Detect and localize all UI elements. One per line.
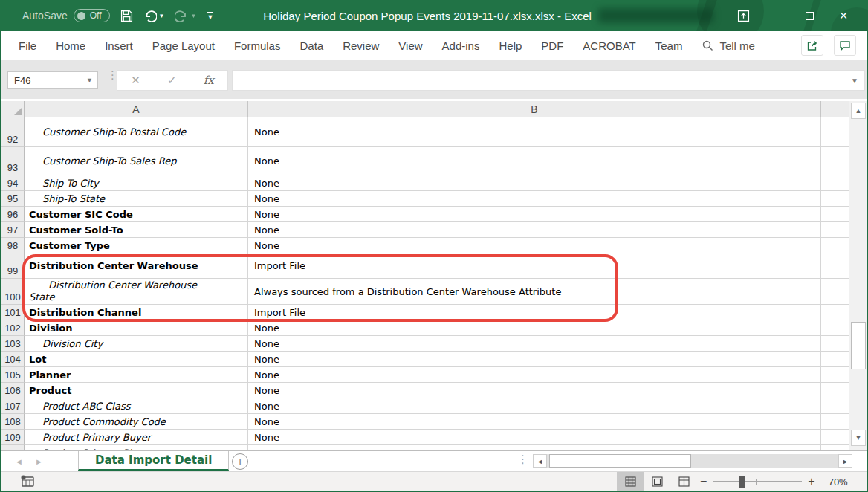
cell-field-name[interactable]: Ship-To State xyxy=(25,191,248,207)
row-number[interactable]: 100 xyxy=(1,279,25,305)
tab-add-ins[interactable]: Add-ins xyxy=(433,31,490,60)
close-button[interactable]: ✕ xyxy=(826,0,861,31)
scroll-left-button[interactable]: ◄ xyxy=(533,454,547,468)
redo-button[interactable]: ▼ xyxy=(175,9,196,22)
row-number[interactable]: 106 xyxy=(1,383,25,398)
share-button[interactable] xyxy=(801,35,823,56)
cell-source-value[interactable]: None xyxy=(248,367,821,383)
expand-formula-bar-chevron[interactable]: ▼ xyxy=(851,77,858,85)
cell-field-name[interactable]: Customer Sold-To xyxy=(25,222,248,238)
cell-source-value[interactable]: None xyxy=(248,398,821,414)
cell-empty[interactable] xyxy=(821,320,849,336)
cell-source-value[interactable]: None xyxy=(248,147,821,175)
tab-pdf[interactable]: PDF xyxy=(531,31,573,60)
tab-team[interactable]: Team xyxy=(646,31,693,60)
new-sheet-button[interactable]: + xyxy=(232,453,248,470)
cell-field-name[interactable]: Product Primary Planner xyxy=(25,445,248,450)
tab-file[interactable]: File xyxy=(9,31,46,60)
cell-empty[interactable] xyxy=(821,414,849,430)
cell-field-name[interactable]: Ship To City xyxy=(25,175,248,191)
customize-quick-access-button[interactable]: ▼ xyxy=(207,12,213,19)
cell-empty[interactable] xyxy=(821,398,849,414)
cell-source-value[interactable]: None xyxy=(248,117,821,147)
zoom-in-button[interactable]: + xyxy=(808,475,814,488)
sheet-nav-left-arrow[interactable]: ◄ xyxy=(15,457,23,466)
row-number[interactable]: 94 xyxy=(1,175,25,191)
scroll-right-button[interactable]: ► xyxy=(838,454,852,468)
zoom-slider-thumb[interactable] xyxy=(739,476,745,488)
cell-source-value[interactable]: None xyxy=(248,207,821,222)
cell-source-value[interactable]: None xyxy=(248,238,821,253)
cell-field-name[interactable]: Customer Type xyxy=(25,238,248,253)
cell-field-name[interactable]: Product ABC Class xyxy=(25,398,248,414)
scroll-down-button[interactable]: ▼ xyxy=(851,430,866,446)
sheet-tab-data-import-detail[interactable]: Data Import Detail xyxy=(78,451,229,471)
cell-source-value[interactable]: Import File xyxy=(248,305,821,320)
cell-field-name[interactable]: Division City xyxy=(25,336,248,352)
row-number[interactable]: 108 xyxy=(1,414,25,430)
maximize-button[interactable] xyxy=(792,0,826,31)
sheet-nav-right-arrow[interactable]: ► xyxy=(35,457,43,466)
tab-view[interactable]: View xyxy=(389,31,432,60)
cell-empty[interactable] xyxy=(821,117,849,147)
page-layout-view-button[interactable] xyxy=(644,472,670,491)
tab-page-layout[interactable]: Page Layout xyxy=(143,31,224,60)
cell-empty[interactable] xyxy=(821,253,849,279)
row-number[interactable]: 104 xyxy=(1,352,25,367)
redo-dropdown-arrow[interactable]: ▼ xyxy=(190,13,196,19)
row-number[interactable]: 107 xyxy=(1,398,25,414)
row-number[interactable]: 99 xyxy=(1,253,25,279)
zoom-level[interactable]: 70% xyxy=(821,476,848,488)
zoom-slider[interactable] xyxy=(713,481,802,482)
cell-source-value[interactable]: None xyxy=(248,320,821,336)
cell-empty[interactable] xyxy=(821,305,849,320)
zoom-out-button[interactable]: − xyxy=(700,475,707,488)
minimize-button[interactable]: ─ xyxy=(758,0,792,31)
undo-dropdown-arrow[interactable]: ▼ xyxy=(159,13,165,19)
tab-data[interactable]: Data xyxy=(290,31,333,60)
cell-field-name[interactable]: Product Commodity Code xyxy=(25,414,248,430)
cell-empty[interactable] xyxy=(821,238,849,253)
row-number[interactable]: 103 xyxy=(1,336,25,352)
cell-source-value[interactable]: None xyxy=(248,336,821,352)
formula-bar-input[interactable]: ▼ xyxy=(232,70,865,91)
insert-function-button[interactable]: fx xyxy=(204,74,214,87)
row-number[interactable]: 95 xyxy=(1,191,25,207)
tab-home[interactable]: Home xyxy=(46,31,95,60)
normal-view-button[interactable] xyxy=(617,472,644,491)
vertical-scrollbar-thumb[interactable] xyxy=(851,322,866,369)
row-number[interactable]: 110 xyxy=(1,445,25,450)
ribbon-display-options-button[interactable] xyxy=(728,0,758,31)
tab-insert[interactable]: Insert xyxy=(95,31,143,60)
cell-empty[interactable] xyxy=(821,191,849,207)
cell-field-name[interactable]: Product Primary Buyer xyxy=(25,430,248,445)
cell-source-value[interactable]: None xyxy=(248,222,821,238)
row-number[interactable]: 102 xyxy=(1,320,25,336)
row-number[interactable]: 105 xyxy=(1,367,25,383)
cell-source-value[interactable]: None xyxy=(248,175,821,191)
save-button[interactable] xyxy=(120,10,133,22)
undo-button[interactable]: ▼ xyxy=(143,9,165,22)
cell-field-name[interactable]: Customer Ship-To Postal Code xyxy=(25,117,248,147)
cell-empty[interactable] xyxy=(821,352,849,367)
tell-me-search[interactable]: Tell me xyxy=(702,39,755,52)
row-number[interactable]: 92 xyxy=(1,117,25,147)
cell-field-name[interactable]: Distribution Center WarehouseState xyxy=(25,279,248,305)
horizontal-scrollbar[interactable]: ◄ ► xyxy=(533,454,852,468)
select-all-button[interactable] xyxy=(1,101,25,117)
cell-empty[interactable] xyxy=(821,147,849,175)
cell-field-name[interactable]: Planner xyxy=(25,367,248,383)
cell-empty[interactable] xyxy=(821,367,849,383)
tab-acrobat[interactable]: ACROBAT xyxy=(573,31,645,60)
cell-empty[interactable] xyxy=(821,383,849,398)
horizontal-scrollbar-thumb[interactable] xyxy=(549,454,691,468)
page-break-preview-button[interactable] xyxy=(670,472,697,491)
name-box-dropdown-arrow[interactable]: ▼ xyxy=(86,77,93,84)
comments-button[interactable] xyxy=(834,35,856,56)
row-number[interactable]: 93 xyxy=(1,147,25,175)
cell-source-value[interactable]: Always sourced from a Distribution Cente… xyxy=(248,279,821,305)
cell-source-value[interactable]: None xyxy=(248,383,821,398)
cell-empty[interactable] xyxy=(821,430,849,445)
cell-source-value[interactable]: None xyxy=(248,414,821,430)
cell-empty[interactable] xyxy=(821,336,849,352)
